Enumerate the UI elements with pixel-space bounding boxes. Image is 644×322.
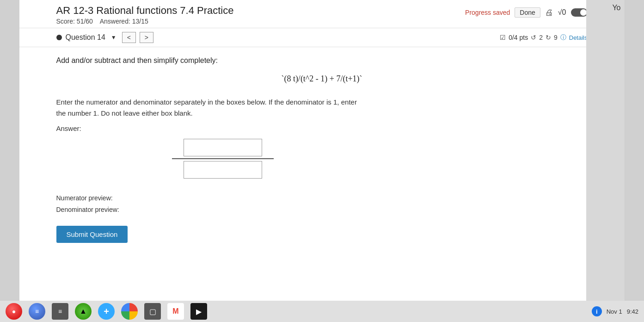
page-title: AR 12-3 Rational functions 7.4 Practice [56, 5, 234, 17]
taskbar: ● ≡ ≡ ▲ + ▢ M ▶ i Nov 1 9:42 [0, 301, 644, 322]
answer-instruction-1: Enter the numerator and denominator sepa… [56, 97, 588, 119]
taskbar-time: 9:42 [627, 308, 638, 315]
taskbar-play-icon[interactable]: ▶ [190, 303, 207, 320]
header-right: Progress saved Done 🖨 √0 [465, 5, 587, 18]
math-expression: `(8 t)/(t^2 - 1) + 7/(t+1)` [56, 74, 588, 84]
denominator-input[interactable] [184, 161, 262, 179]
taskbar-right: i Nov 1 9:42 [592, 306, 638, 316]
question-nav-right: ☑ 0/4 pts ↺ 2 ↻ 9 ⓘ Details [500, 33, 587, 42]
numerator-input[interactable] [184, 139, 262, 156]
question-instruction: Add and/or subtract and then simplify co… [56, 56, 588, 65]
retry-count: 2 [539, 34, 543, 41]
info-icon[interactable]: ⓘ [560, 33, 566, 42]
taskbar-info-icon[interactable]: i [592, 306, 602, 316]
denominator-preview-label: Denominator preview: [56, 204, 588, 216]
taskbar-app-5[interactable]: + [98, 303, 115, 320]
refresh-icon[interactable]: ↻ [546, 34, 551, 41]
done-button[interactable]: Done [515, 7, 540, 18]
taskbar-gmail-icon[interactable]: M [167, 303, 184, 320]
score-label: Score: 51/60 [56, 18, 93, 25]
question-nav: Question 14 ▼ < > ☑ 0/4 pts ↺ 2 ↻ 9 ⓘ De… [19, 28, 625, 47]
taskbar-icons: ● ≡ ≡ ▲ + ▢ M ▶ [6, 303, 207, 320]
details-link[interactable]: Details [569, 34, 588, 41]
refresh-count: 9 [554, 34, 558, 41]
header: AR 12-3 Rational functions 7.4 Practice … [19, 0, 625, 28]
print-icon[interactable]: 🖨 [545, 8, 553, 18]
taskbar-app-4[interactable]: ▲ [75, 303, 92, 320]
answer-label: Answer: [56, 124, 588, 132]
progress-saved-label: Progress saved [465, 9, 510, 16]
fraction-input-container [149, 139, 297, 179]
taskbar-app-2[interactable]: ≡ [29, 303, 45, 320]
score-line: Score: 51/60 Answered: 13/15 [56, 18, 234, 25]
taskbar-chrome-icon[interactable] [121, 303, 138, 320]
header-left: AR 12-3 Rational functions 7.4 Practice … [56, 5, 234, 25]
content-area: Add and/or subtract and then simplify co… [19, 47, 625, 252]
numerator-preview-label: Numerator preview: [56, 192, 588, 204]
fraction-line [172, 158, 274, 159]
yo-label: Yo [612, 4, 620, 12]
question-dropdown-icon[interactable]: ▼ [109, 33, 118, 42]
sqrt-icon: √0 [558, 8, 566, 17]
question-dot [56, 35, 62, 40]
toggle-switch[interactable] [571, 8, 588, 17]
preview-section: Numerator preview: Denominator preview: [56, 192, 588, 216]
next-question-button[interactable]: > [140, 32, 153, 43]
retry-icon[interactable]: ↺ [531, 34, 536, 41]
taskbar-app-3[interactable]: ≡ [52, 303, 68, 320]
right-panel: Yo [586, 0, 625, 305]
prev-question-button[interactable]: < [122, 32, 136, 43]
taskbar-monitor-icon[interactable]: ▢ [144, 303, 161, 320]
submit-question-button[interactable]: Submit Question [56, 226, 128, 243]
answered-label: Answered: 13/15 [100, 18, 148, 25]
pts-badge: 0/4 pts [509, 34, 528, 41]
taskbar-app-1[interactable]: ● [6, 303, 22, 320]
question-nav-left: Question 14 ▼ < > [56, 32, 154, 43]
question-label: Question 14 [66, 33, 105, 42]
taskbar-date: Nov 1 [607, 308, 622, 315]
edit-icon: ☑ [500, 34, 506, 41]
